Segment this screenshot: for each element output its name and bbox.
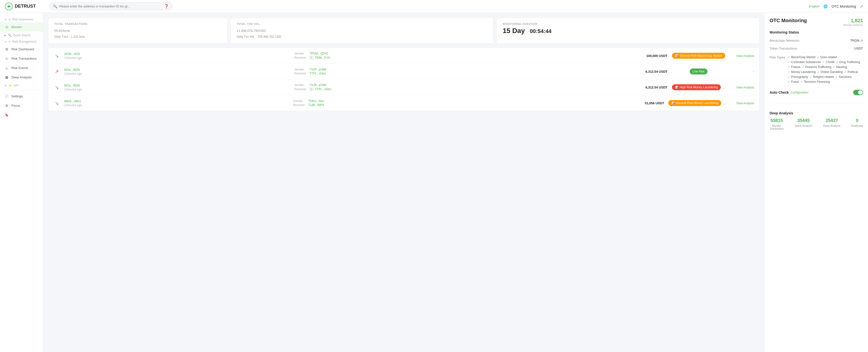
sender-addr[interactable]: TGKV...Ahci bbox=[308, 99, 324, 103]
total-txns-label: TOTAL TRANSACTIONS bbox=[54, 23, 221, 25]
sidebar-group-risk-awareness[interactable]: ▼ ⊙ Risk Awareness bbox=[0, 16, 43, 22]
sidebar-item-deep-analysis[interactable]: ▦ Deep Analysis bbox=[0, 72, 43, 82]
auto-check-row: Auto Check Configuration bbox=[770, 87, 863, 98]
risk-badge: 🎲 General Risk-Black/Gray Market bbox=[672, 53, 725, 59]
sender-label: Sender bbox=[293, 99, 307, 103]
auto-check-left: Auto Check Configuration bbox=[770, 91, 808, 94]
direction-arrow: ↘ bbox=[53, 84, 60, 91]
monitoring-value: 15 Day 00:54:44 bbox=[502, 27, 753, 35]
deep-stat-label-monitor: MonitorTransaction bbox=[770, 124, 784, 130]
check-icon: ✓ bbox=[800, 80, 803, 84]
risk-types-label: Risk Types bbox=[770, 56, 785, 59]
up-arrow-icon: ↗ bbox=[55, 68, 59, 74]
txn-time: 1minutes ago bbox=[64, 88, 290, 91]
token-value: USDT bbox=[855, 46, 863, 50]
expand-icon[interactable]: ⤢ bbox=[860, 4, 863, 9]
risk-tag-label: Online Gambling bbox=[820, 70, 843, 74]
txn-parties: Sender TGKV...Ahci Receiver TLdb...48F6 bbox=[293, 99, 631, 107]
more-options[interactable]: ... bbox=[723, 101, 726, 105]
sidebar-item-label-settings: Focus bbox=[11, 104, 20, 107]
stat-card-monitoring: MONITORING DURATION 15 Day 00:54:44 bbox=[496, 18, 760, 44]
topnav: DETRUST 🔍 ❓ English 🌐 OTC Monitoring ⤢ bbox=[0, 0, 868, 13]
chevron-down-icon: ▼ bbox=[4, 18, 7, 21]
sidebar: ▼ ⊙ Risk Awareness ◎ Monitor ▶ 🔍 Quick S… bbox=[0, 13, 43, 352]
risk-tag-label: Money Laundering bbox=[791, 70, 815, 74]
receiver-addr[interactable]: TE6k...FrYv bbox=[315, 56, 331, 59]
search-bar[interactable]: 🔍 ❓ bbox=[49, 2, 173, 10]
check-icon: ✓ bbox=[810, 75, 812, 78]
grid-icon: ⊞ bbox=[4, 47, 9, 51]
monitoring-days: 15 Day bbox=[502, 27, 525, 34]
sender-label: Sender bbox=[294, 83, 308, 87]
sidebar-group-label-risk-management: Risk Management bbox=[12, 40, 36, 43]
sidebar-item-risk-transactions[interactable]: ⚠ Risk Transactions bbox=[0, 54, 43, 63]
txn-parties: Sender TPDM...QD4Z Receiver T TE6k...FrY… bbox=[294, 51, 634, 60]
txn-id[interactable]: fd2a...992b bbox=[64, 68, 290, 71]
api-icon: ⚡ bbox=[8, 84, 12, 87]
txn-action: View Analysis bbox=[730, 85, 754, 89]
receiver-addr[interactable]: TTPL...iGbU bbox=[315, 88, 332, 91]
auto-check-toggle[interactable] bbox=[853, 90, 863, 95]
risk-tag: ✓Gore-related bbox=[817, 56, 837, 59]
table-row: ↘ 3539...f42b 1minutes ago Sender TPDM..… bbox=[48, 48, 759, 64]
txn-id[interactable]: 3539...f42b bbox=[64, 52, 290, 56]
config-link[interactable]: Configuration bbox=[791, 91, 808, 94]
deep-stat-monitor: 55815 MonitorTransaction bbox=[770, 118, 784, 130]
txn-id[interactable]: fd2a...992b bbox=[64, 84, 290, 87]
receiver-addr[interactable]: TLdb...48F6 bbox=[308, 103, 324, 107]
sidebar-item-label-risk-transactions: Risk Transactions bbox=[11, 57, 37, 60]
panel-count: 1,821 bbox=[844, 18, 863, 24]
sidebar-item-records[interactable]: 📄 Settings bbox=[0, 91, 43, 101]
txn-parties: Sender TXJP...q78M Receiver T TTPL...iGb… bbox=[294, 83, 634, 92]
risk-tag: ✓Money Laundering bbox=[787, 70, 815, 74]
sidebar-item-risk-events[interactable]: △ Risk Events bbox=[0, 63, 43, 72]
chevron-down-icon-api: ▼ bbox=[4, 84, 7, 87]
language-selector[interactable]: English bbox=[809, 4, 820, 8]
logo[interactable]: DETRUST bbox=[5, 2, 44, 10]
view-analysis-button[interactable]: View Analysis bbox=[736, 101, 754, 105]
badge-icon: 🎲 bbox=[675, 54, 679, 58]
sidebar-group-quick-search[interactable]: ▶ 🔍 Quick Search bbox=[0, 32, 43, 38]
txn-receiver: Receiver TLdb...48F6 bbox=[293, 103, 631, 107]
risk-badge: 🎲 General Risk-Money Laundering bbox=[668, 100, 721, 106]
refresh-icon[interactable]: ⇄ bbox=[860, 39, 863, 42]
no-action-dash: - bbox=[753, 69, 754, 74]
view-analysis-button[interactable]: View Analysis bbox=[736, 54, 754, 58]
sidebar-group-api[interactable]: ▼ ⚡ API bbox=[0, 82, 43, 88]
sidebar-item-label-monitor: Monitor bbox=[11, 25, 22, 29]
sidebar-item-settings[interactable]: ⚙ Focus bbox=[0, 101, 43, 110]
alert-icon: ⚠ bbox=[4, 56, 9, 61]
search-input[interactable] bbox=[59, 4, 162, 8]
sender-addr[interactable]: TXJP...q78M bbox=[309, 68, 326, 71]
sidebar-item-focus[interactable]: 🔖 bbox=[0, 110, 43, 120]
risk-tag-label: Firearms Trafficking bbox=[805, 65, 831, 69]
sidebar-item-risk-dashboard[interactable]: ⊞ Risk Dashboard bbox=[0, 44, 43, 54]
sidebar-group-risk-management[interactable]: ▼ ✕ Risk Management bbox=[0, 38, 43, 44]
risk-tag: ✓Drug Trafficking bbox=[836, 60, 860, 64]
risk-tag-label: Gore-related bbox=[820, 56, 837, 59]
receiver-label: Receiver bbox=[293, 103, 307, 107]
sender-addr[interactable]: TXJP...q78M bbox=[309, 83, 326, 87]
more-options[interactable]: ... bbox=[722, 85, 725, 89]
deep-stat-label-quick: Quick Analysis bbox=[795, 124, 812, 127]
view-analysis-button[interactable]: View Analysis bbox=[736, 86, 754, 89]
sidebar-divider bbox=[0, 90, 43, 90]
panel-header: OTC Monitoring 1,821 Monitor Address bbox=[770, 18, 863, 26]
alert-circle-icon: ⊙ bbox=[8, 18, 11, 21]
check-icon: ✓ bbox=[787, 60, 790, 64]
sidebar-item-monitor[interactable]: ◎ Monitor bbox=[0, 22, 43, 32]
sidebar-item-label-deep-analysis: Deep Analysis bbox=[11, 75, 32, 79]
help-icon[interactable]: ❓ bbox=[164, 4, 169, 9]
txn-id[interactable]: 88b9...d8b1 bbox=[64, 99, 289, 103]
risk-tag: ✓Political bbox=[844, 70, 858, 74]
risk-tag: ✓Pornography bbox=[787, 75, 808, 78]
receiver-addr[interactable]: TTPL...iGbU bbox=[309, 72, 326, 75]
triangle-icon: △ bbox=[4, 66, 9, 70]
sender-addr[interactable]: TPDM...QD4Z bbox=[309, 52, 328, 55]
down-arrow-icon: ↘ bbox=[55, 53, 59, 59]
risk-tag-label: Drug Trafficking bbox=[839, 60, 860, 64]
txn-receiver: Receiver T TTPL...iGbU bbox=[294, 87, 634, 91]
badge-icon: 🎲 bbox=[671, 101, 675, 105]
bar-chart-icon: ▦ bbox=[4, 75, 9, 79]
risk-tag-label: Hacking bbox=[836, 65, 847, 69]
